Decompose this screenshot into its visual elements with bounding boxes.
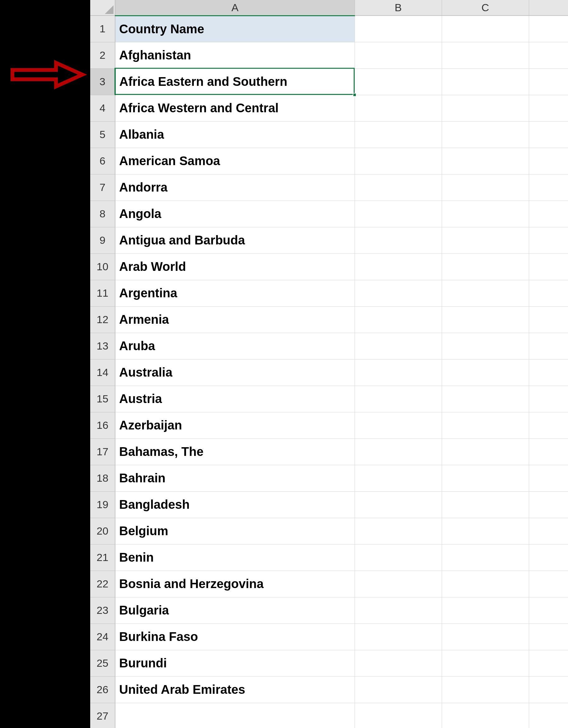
cell[interactable]	[442, 703, 529, 728]
row-header[interactable]: 13	[90, 333, 115, 359]
cell[interactable]	[355, 42, 442, 68]
cell[interactable]	[442, 571, 529, 597]
cell[interactable]	[355, 465, 442, 491]
cell[interactable]	[355, 68, 442, 95]
cell[interactable]	[355, 624, 442, 650]
cell[interactable]	[442, 518, 529, 544]
cell[interactable]	[442, 465, 529, 491]
cell[interactable]	[529, 597, 568, 624]
cell[interactable]	[442, 148, 529, 174]
cell[interactable]: Australia	[115, 359, 355, 386]
row-header[interactable]: 6	[90, 148, 115, 174]
cell[interactable]	[529, 386, 568, 412]
cell[interactable]	[442, 333, 529, 359]
cell[interactable]	[355, 16, 442, 42]
cell-a1[interactable]: Country Name	[115, 16, 355, 42]
row-header[interactable]: 19	[90, 491, 115, 518]
cell[interactable]	[355, 438, 442, 465]
cell[interactable]	[529, 280, 568, 306]
row-header[interactable]: 4	[90, 95, 115, 121]
cell[interactable]	[442, 227, 529, 253]
row-header[interactable]: 14	[90, 359, 115, 386]
row-header[interactable]: 20	[90, 518, 115, 544]
cell[interactable]	[529, 174, 568, 201]
cell[interactable]	[355, 703, 442, 728]
cell[interactable]: Africa Eastern and Southern	[115, 68, 355, 95]
cell[interactable]	[442, 280, 529, 306]
row-header[interactable]: 5	[90, 121, 115, 148]
cell[interactable]: American Samoa	[115, 148, 355, 174]
cell[interactable]: Azerbaijan	[115, 412, 355, 438]
cell[interactable]	[442, 359, 529, 386]
cell[interactable]	[529, 148, 568, 174]
cell[interactable]: Bahrain	[115, 465, 355, 491]
cell[interactable]	[355, 148, 442, 174]
row-header[interactable]: 23	[90, 597, 115, 624]
cell[interactable]	[529, 465, 568, 491]
row-header[interactable]: 22	[90, 571, 115, 597]
cell[interactable]: Belgium	[115, 518, 355, 544]
cell[interactable]: Argentina	[115, 280, 355, 306]
row-header[interactable]: 3	[90, 68, 115, 95]
cell[interactable]	[442, 16, 529, 42]
cell[interactable]	[355, 280, 442, 306]
cell[interactable]	[355, 544, 442, 571]
cell[interactable]	[355, 650, 442, 676]
row-header[interactable]: 11	[90, 280, 115, 306]
cell[interactable]	[529, 121, 568, 148]
row-header[interactable]: 9	[90, 227, 115, 253]
row-header[interactable]: 7	[90, 174, 115, 201]
cell[interactable]	[355, 253, 442, 280]
cell[interactable]	[529, 491, 568, 518]
cell[interactable]: Austria	[115, 386, 355, 412]
cell[interactable]	[529, 571, 568, 597]
cell[interactable]: Angola	[115, 201, 355, 227]
cell[interactable]: Africa Western and Central	[115, 95, 355, 121]
row-header[interactable]: 1	[90, 16, 115, 42]
cell[interactable]	[529, 650, 568, 676]
row-header[interactable]: 17	[90, 438, 115, 465]
cell[interactable]	[529, 201, 568, 227]
cell[interactable]	[529, 412, 568, 438]
cell[interactable]	[355, 306, 442, 333]
cell[interactable]	[442, 650, 529, 676]
row-header[interactable]: 25	[90, 650, 115, 676]
cell[interactable]	[529, 227, 568, 253]
row-header[interactable]: 21	[90, 544, 115, 571]
cell[interactable]	[115, 703, 355, 728]
row-header[interactable]: 18	[90, 465, 115, 491]
cell[interactable]: Antigua and Barbuda	[115, 227, 355, 253]
row-header[interactable]: 27	[90, 703, 115, 728]
cell[interactable]	[355, 597, 442, 624]
cell[interactable]: Albania	[115, 121, 355, 148]
cell[interactable]	[355, 333, 442, 359]
cell[interactable]	[355, 121, 442, 148]
cell[interactable]: Benin	[115, 544, 355, 571]
cell[interactable]	[442, 306, 529, 333]
row-header[interactable]: 8	[90, 201, 115, 227]
row-header[interactable]: 2	[90, 42, 115, 68]
cell[interactable]	[529, 95, 568, 121]
cell[interactable]	[442, 121, 529, 148]
cell[interactable]	[355, 571, 442, 597]
cell[interactable]	[529, 42, 568, 68]
cell[interactable]	[355, 201, 442, 227]
cell[interactable]	[442, 386, 529, 412]
column-header-d[interactable]	[529, 0, 568, 16]
cell[interactable]	[442, 253, 529, 280]
cell[interactable]	[442, 201, 529, 227]
cell[interactable]	[355, 174, 442, 201]
cell[interactable]	[529, 16, 568, 42]
cell[interactable]	[355, 518, 442, 544]
cell[interactable]	[355, 359, 442, 386]
cell[interactable]	[355, 491, 442, 518]
row-header[interactable]: 12	[90, 306, 115, 333]
cell[interactable]	[355, 386, 442, 412]
cell[interactable]	[355, 227, 442, 253]
cell[interactable]	[442, 42, 529, 68]
cell[interactable]	[529, 518, 568, 544]
cell[interactable]	[442, 624, 529, 650]
cell[interactable]	[442, 676, 529, 703]
cell[interactable]	[529, 359, 568, 386]
cell[interactable]	[442, 412, 529, 438]
